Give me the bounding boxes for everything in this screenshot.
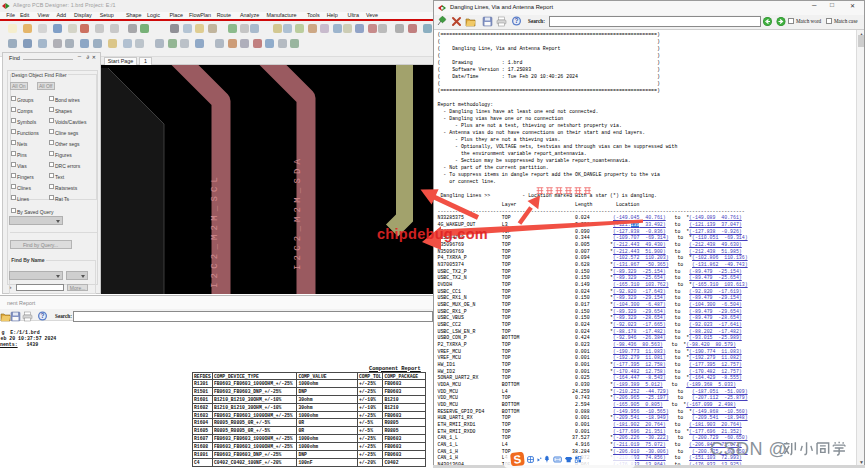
svg-text:S: S: [513, 453, 522, 466]
